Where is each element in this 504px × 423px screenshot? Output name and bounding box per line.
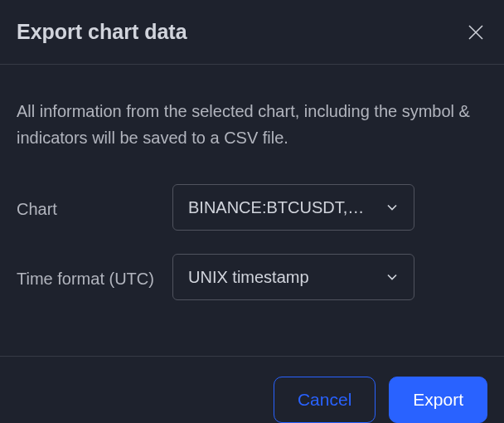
export-chart-data-dialog: Export chart data All information from t…	[0, 0, 504, 423]
dialog-header: Export chart data	[0, 0, 504, 65]
time-format-select[interactable]: UNIX timestamp	[172, 254, 414, 300]
chart-select[interactable]: BINANCE:BTCUSDT,…	[172, 184, 414, 231]
dialog-footer: Cancel Export	[0, 356, 504, 423]
cancel-button[interactable]: Cancel	[274, 377, 376, 423]
chevron-down-icon	[384, 269, 400, 285]
close-icon	[466, 22, 486, 42]
dialog-body: All information from the selected chart,…	[0, 65, 504, 356]
dialog-title: Export chart data	[17, 20, 187, 44]
time-format-select-value: UNIX timestamp	[188, 268, 309, 287]
dialog-description: All information from the selected chart,…	[17, 98, 487, 151]
chart-select-value: BINANCE:BTCUSDT,…	[188, 198, 364, 217]
time-format-label: Time format (UTC)	[17, 254, 172, 292]
chart-row: Chart BINANCE:BTCUSDT,…	[17, 184, 487, 231]
close-button[interactable]	[464, 21, 487, 44]
export-button[interactable]: Export	[389, 377, 487, 423]
time-format-row: Time format (UTC) UNIX timestamp	[17, 254, 487, 300]
chevron-down-icon	[384, 199, 400, 216]
chart-label: Chart	[17, 184, 172, 222]
